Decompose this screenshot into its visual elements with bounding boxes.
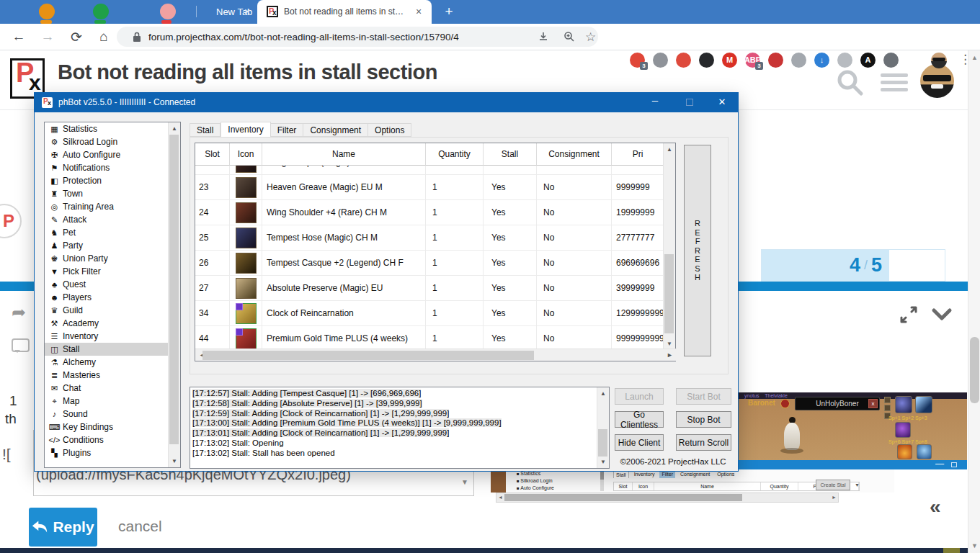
browser-menu-icon[interactable]: ⋮	[959, 52, 971, 67]
table-header-cell[interactable]: Name	[262, 143, 426, 166]
quote-bubble-icon[interactable]	[12, 338, 30, 352]
scroll-up-icon[interactable]: ▲	[664, 146, 675, 153]
table-header-cell[interactable]: Stall	[484, 143, 537, 166]
user-avatar[interactable]	[920, 64, 954, 98]
tab[interactable]: Consignment	[303, 123, 368, 137]
scrollbar-thumb[interactable]	[598, 429, 607, 457]
menu-hamburger-icon[interactable]	[881, 73, 908, 92]
extension-icon[interactable]: M	[722, 53, 737, 68]
reload-button[interactable]: ⟳	[68, 29, 85, 45]
sidebar-item[interactable]: ✉ Chat	[45, 382, 168, 395]
sidebar-item[interactable]: ☰ Inventory	[45, 330, 168, 343]
sidebar-scrollbar[interactable]: ▲ ▼	[168, 122, 180, 467]
table-header-cell[interactable]: Icon	[230, 143, 262, 166]
topic-timeline[interactable]: 4 / 5	[761, 249, 945, 282]
cancel-link[interactable]: cancel	[118, 518, 162, 535]
reply-button[interactable]: Reply	[29, 508, 97, 547]
share-arrow-icon[interactable]: ➦	[12, 302, 26, 323]
tab-close-icon[interactable]: ×	[244, 6, 250, 17]
collapse-replies-icon[interactable]: «	[930, 495, 941, 518]
table-row[interactable]: 25 Tempest Hose (Magic) CH M 1 Yes No 27…	[195, 225, 664, 251]
table-row[interactable]: 44 Premium Gold Time PLUS (4 weeks) 1 Ye…	[195, 326, 664, 350]
forward-button[interactable]: →	[39, 29, 56, 45]
action-button[interactable]: Launch	[615, 388, 664, 405]
extension-icon[interactable]	[837, 53, 852, 68]
image-horizontal-scrollbar[interactable]: ◄ ►	[496, 493, 839, 503]
extension-icon[interactable]: A	[860, 53, 876, 68]
sidebar-item[interactable]: ♪ Sound	[45, 408, 168, 421]
extension-icon[interactable]	[768, 53, 783, 68]
phbot-window[interactable]: Px phBot v25.5.0 - IIIIIIIIIII - Connect…	[34, 92, 739, 472]
extension-icon[interactable]	[883, 53, 899, 68]
table-header-cell[interactable]: Slot	[195, 143, 230, 166]
sidebar-item[interactable]: ▼ Pick Filter	[45, 265, 168, 278]
table-row[interactable]: 27 Absolute Preserve (Magic) EU 1 Yes No…	[195, 276, 664, 301]
sidebar-item[interactable]: ⌨ Key Bindings	[45, 421, 168, 433]
sidebar-item[interactable]: ⌖ Map	[45, 395, 168, 408]
sidebar-item[interactable]: ♞ Pet	[45, 226, 168, 239]
sidebar-item[interactable]: </> Conditions	[45, 433, 168, 446]
page-scrollbar[interactable]: ▲ ▼	[968, 50, 980, 553]
table-row-partial[interactable]: 22 Wing Casque (Magic) CH M 1 Yes No 999…	[195, 166, 664, 175]
tab-close-icon[interactable]: ×	[416, 6, 422, 17]
back-button[interactable]: ←	[10, 29, 27, 45]
scroll-up-icon[interactable]: ▲	[169, 125, 180, 132]
close-button[interactable]: ✕	[710, 94, 734, 110]
extension-icon[interactable]	[676, 53, 691, 68]
sidebar-item[interactable]: ⚙ Silkroad Login	[45, 135, 168, 148]
bookmark-star-icon[interactable]: ☆	[585, 30, 596, 45]
download-icon[interactable]	[538, 31, 549, 42]
sidebar-item[interactable]: ▚ Plugins	[45, 446, 168, 459]
tab[interactable]: Inventory	[220, 122, 270, 137]
table-vertical-scrollbar[interactable]: ▲ ▼	[663, 143, 675, 350]
scroll-down-icon[interactable]: ▼	[971, 542, 978, 549]
maximize-button[interactable]	[678, 94, 701, 110]
scrollbar-thumb[interactable]	[504, 494, 742, 501]
table-header-cell[interactable]: Quantity	[426, 143, 484, 166]
sidebar-item[interactable]: ♛ Guild	[45, 304, 168, 317]
sidebar-item[interactable]: ⚒ Academy	[45, 317, 168, 330]
topic-title[interactable]: Bot not reading all items in stall secti…	[58, 60, 437, 84]
items-table[interactable]: Slot Icon Name Quantity Stall Consignmen…	[195, 143, 676, 361]
table-row[interactable]: 23 Heaven Greave (Magic) EU M 1 Yes No 9…	[195, 175, 664, 200]
scrollbar-thumb[interactable]	[169, 135, 179, 444]
sidebar-item[interactable]: ◎ Training Area	[45, 200, 168, 213]
sidebar-item[interactable]: ◫ Stall	[45, 343, 168, 356]
tab-forum-topic[interactable]: Px Bot not reading all items in stall s …	[257, 0, 432, 24]
tab[interactable]: Options	[368, 123, 411, 137]
zoom-in-icon[interactable]	[564, 31, 575, 42]
extension-icon[interactable]: 3	[630, 53, 645, 68]
action-button[interactable]: Return Scroll	[676, 434, 731, 451]
table-row[interactable]: 24 Wing Shoulder +4 (Rare) CH M 1 Yes No…	[195, 200, 664, 225]
sidebar-item[interactable]: ✎ Attack	[45, 213, 168, 226]
scroll-right-icon[interactable]: ►	[667, 351, 673, 359]
extension-icon[interactable]	[699, 53, 714, 68]
sidebar-item[interactable]: ◧ Protection	[45, 174, 168, 187]
extension-icon[interactable]: ↓	[814, 53, 829, 68]
sidebar-item[interactable]: ⚑ Notifications	[45, 161, 168, 174]
action-button[interactable]: Go Clientless	[615, 411, 664, 428]
scrollbar-thumb[interactable]	[202, 351, 534, 360]
composer-scroll-caret[interactable]: ▼	[461, 478, 468, 486]
scroll-down-icon[interactable]: ▼	[664, 341, 675, 347]
action-button[interactable]: Start Bot	[676, 388, 731, 405]
sidebar-item[interactable]: ♜ Town	[45, 187, 168, 200]
table-row[interactable]: 26 Tempest Casque +2 (Legend) CH F 1 Yes…	[195, 251, 664, 276]
extension-icon[interactable]: ABP 3	[745, 53, 760, 68]
phbot-titlebar[interactable]: Px phBot v25.5.0 - IIIIIIIIIII - Connect…	[35, 93, 738, 112]
minimize-button[interactable]: –	[643, 94, 667, 110]
expand-icon[interactable]	[899, 305, 918, 324]
extension-icon[interactable]	[791, 53, 806, 68]
sidebar-item[interactable]: ♚ Union Party	[45, 252, 168, 265]
tab[interactable]: Filter	[271, 123, 304, 137]
sidebar-item[interactable]: ☻ Players	[45, 291, 168, 304]
home-button[interactable]: ⌂	[95, 29, 112, 45]
scroll-up-icon[interactable]: ▲	[971, 54, 978, 61]
refresh-button[interactable]: REFRESH	[684, 145, 711, 356]
table-header-cell[interactable]: Pri	[612, 143, 664, 166]
table-horizontal-scrollbar[interactable]: ◄ ►	[195, 349, 677, 361]
profile-avatar[interactable]	[931, 53, 947, 68]
sidebar-item[interactable]: ✠ Auto Configure	[45, 148, 168, 161]
sidebar-item[interactable]: ≣ Masteries	[45, 369, 168, 382]
chevron-down-icon[interactable]	[931, 307, 953, 323]
